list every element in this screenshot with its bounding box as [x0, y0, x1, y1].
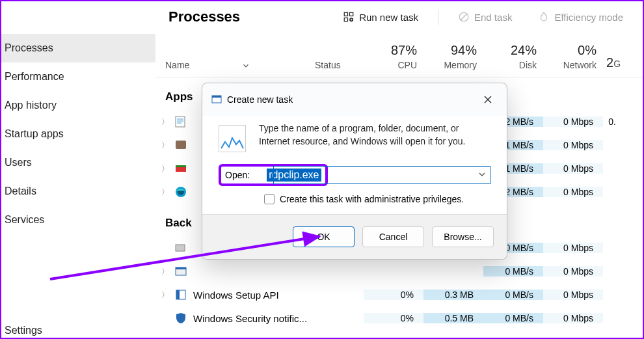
close-button[interactable]: [478, 90, 498, 109]
sidebar-item-services[interactable]: Services: [1, 206, 155, 234]
col-status[interactable]: Status: [315, 60, 367, 77]
svg-rect-15: [176, 290, 180, 299]
svg-rect-0: [344, 12, 347, 16]
dialog-description: Type the name of a program, folder, docu…: [259, 122, 490, 152]
admin-checkbox[interactable]: [264, 194, 275, 204]
svg-rect-11: [176, 245, 185, 251]
run-new-task-button[interactable]: Run new task: [336, 8, 425, 26]
expand-toggle[interactable]: 〉: [155, 116, 175, 128]
col-disk[interactable]: 24%Disk: [487, 38, 546, 77]
column-headers: Name Status 87%CPU 94%Memory 24%Disk 0%N…: [155, 38, 643, 77]
efficiency-label: Efficiency mode: [554, 12, 623, 23]
run-window-icon: [211, 94, 222, 105]
table-row[interactable]: 〉 Windows Setup API 0%0.3 MB 0 MB/s 0 Mb…: [155, 283, 643, 306]
efficiency-icon: [538, 11, 550, 23]
svg-rect-6: [176, 141, 186, 149]
expand-toggle[interactable]: 〉: [155, 187, 175, 198]
col-network[interactable]: 0%Network: [546, 38, 606, 77]
app-icon: [175, 289, 187, 301]
browse-button[interactable]: Browse...: [432, 226, 494, 247]
col-name[interactable]: Name: [165, 60, 189, 70]
admin-label: Create this task with administrative pri…: [280, 194, 464, 204]
col-memory[interactable]: 94%Memory: [427, 38, 487, 77]
app-icon: [175, 139, 187, 151]
end-task-icon: [458, 11, 470, 23]
app-icon: [175, 163, 187, 174]
run-new-task-icon: [343, 11, 355, 23]
dropdown-chevron-icon[interactable]: [478, 170, 486, 180]
col-cpu[interactable]: 87%CPU: [367, 38, 427, 77]
close-icon: [484, 96, 492, 103]
end-task-label: End task: [474, 12, 512, 23]
sidebar: Processes Performance App history Startu…: [1, 1, 155, 338]
page-title: Processes: [168, 8, 323, 25]
dialog-title: Create new task: [227, 94, 478, 105]
create-new-task-dialog: Create new task Type the name of a progr…: [202, 83, 507, 260]
sidebar-item-app-history[interactable]: App history: [1, 91, 155, 120]
open-label: Open:: [225, 170, 250, 180]
svg-rect-13: [176, 267, 186, 269]
app-icon: [175, 116, 187, 128]
svg-rect-2: [344, 18, 347, 21]
svg-rect-17: [212, 96, 221, 98]
expand-toggle[interactable]: 〉: [155, 266, 175, 277]
edge-icon: [175, 186, 187, 198]
expand-toggle[interactable]: 〉: [155, 290, 175, 301]
expand-toggle[interactable]: 〉: [155, 140, 175, 151]
shield-icon: [175, 312, 187, 324]
sidebar-item-settings[interactable]: Settings: [5, 325, 42, 336]
sidebar-item-users[interactable]: Users: [1, 148, 155, 177]
svg-rect-1: [350, 12, 353, 16]
sort-chevron-icon[interactable]: [241, 61, 250, 70]
sidebar-item-processes[interactable]: Processes: [1, 34, 155, 62]
run-graphic-icon: [219, 125, 246, 152]
run-new-task-label: Run new task: [359, 12, 418, 23]
table-row[interactable]: 〉 0 MB/s 0 Mbps: [155, 260, 643, 283]
col-gpu-partial: 2: [606, 55, 613, 70]
efficiency-button: Efficiency mode: [531, 8, 630, 26]
app-icon: [175, 242, 187, 254]
svg-rect-8: [176, 165, 186, 167]
table-row[interactable]: 〉 Windows Security notific... 0%0.5 MB 0…: [155, 306, 643, 330]
sidebar-item-performance[interactable]: Performance: [1, 62, 155, 91]
cancel-button[interactable]: Cancel: [362, 226, 424, 247]
ok-button[interactable]: OK: [293, 226, 355, 247]
expand-toggle[interactable]: 〉: [155, 163, 175, 174]
app-icon: [175, 265, 187, 277]
sidebar-item-details[interactable]: Details: [1, 177, 155, 206]
svg-rect-5: [176, 116, 185, 127]
end-task-button: End task: [451, 8, 518, 26]
open-input[interactable]: [273, 166, 490, 184]
sidebar-item-startup-apps[interactable]: Startup apps: [1, 120, 155, 148]
